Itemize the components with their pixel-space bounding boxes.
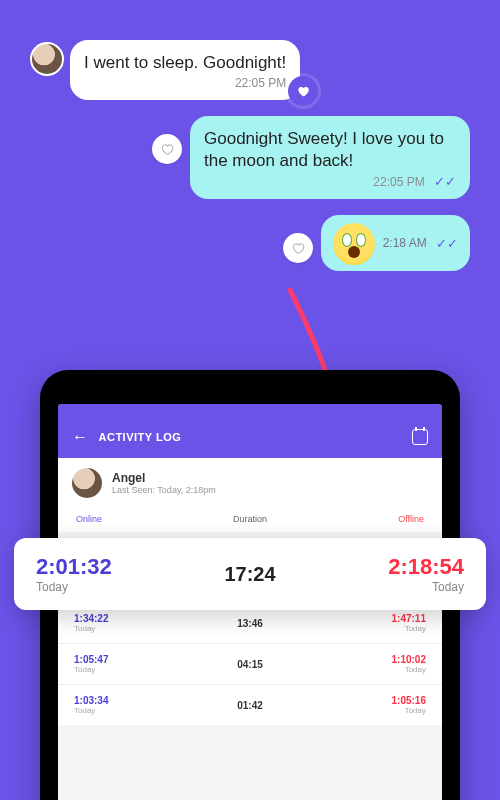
message-row-outgoing: 2:18 AM ✓✓: [30, 215, 470, 271]
offline-sub: Today: [388, 580, 464, 594]
chat-area: I went to sleep. Goodnight! 22:05 PM Goo…: [0, 0, 500, 297]
header-offline: Offline: [398, 514, 424, 524]
calendar-icon[interactable]: [412, 429, 428, 445]
column-headers: Online Duration Offline: [58, 508, 442, 532]
message-time: 22:05 PM: [84, 76, 286, 92]
message-time: 22:05 PM ✓✓: [204, 174, 456, 191]
avatar: [72, 468, 102, 498]
table-row[interactable]: 1:03:34Today 01:42 1:05:16Today: [58, 684, 442, 725]
message-row-outgoing: Goodnight Sweety! I love you to the moon…: [30, 116, 470, 199]
header-online: Online: [76, 514, 102, 524]
surprised-face-emoji: [333, 223, 375, 265]
table-row[interactable]: 1:05:47Today 04:15 1:10:02Today: [58, 643, 442, 684]
message-row-incoming: I went to sleep. Goodnight! 22:05 PM: [30, 40, 470, 100]
avatar: [30, 42, 64, 76]
message-bubble[interactable]: 2:18 AM ✓✓: [321, 215, 470, 271]
activity-rows: 1:34:22Today 13:46 1:47:11Today 1:05:47T…: [58, 602, 442, 725]
duration-value: 17:24: [224, 563, 275, 586]
message-bubble[interactable]: Goodnight Sweety! I love you to the moon…: [190, 116, 470, 199]
back-icon[interactable]: ←: [72, 428, 89, 446]
message-text: Goodnight Sweety! I love you to the moon…: [204, 129, 444, 170]
header-duration: Duration: [233, 514, 267, 524]
profile-last-seen: Last Seen: Today, 2:18pm: [112, 485, 216, 495]
profile-row[interactable]: Angel Last Seen: Today, 2:18pm: [58, 458, 442, 508]
online-time: 2:01:32: [36, 554, 112, 580]
online-sub: Today: [36, 580, 112, 594]
message-text: I went to sleep. Goodnight!: [84, 53, 286, 72]
activity-log-header: ← ACTIVITY LOG: [58, 404, 442, 458]
read-receipt-icon: ✓✓: [436, 236, 458, 251]
message-bubble[interactable]: I went to sleep. Goodnight! 22:05 PM: [70, 40, 300, 100]
heart-icon[interactable]: [288, 76, 318, 106]
like-icon[interactable]: [283, 233, 313, 263]
like-icon[interactable]: [152, 134, 182, 164]
offline-time: 2:18:54: [388, 554, 464, 580]
header-title: ACTIVITY LOG: [99, 431, 182, 443]
profile-name: Angel: [112, 471, 216, 485]
read-receipt-icon: ✓✓: [434, 174, 456, 191]
highlighted-activity-row[interactable]: 2:01:32 Today 17:24 2:18:54 Today: [14, 538, 486, 610]
message-time: 2:18 AM ✓✓: [383, 236, 458, 251]
